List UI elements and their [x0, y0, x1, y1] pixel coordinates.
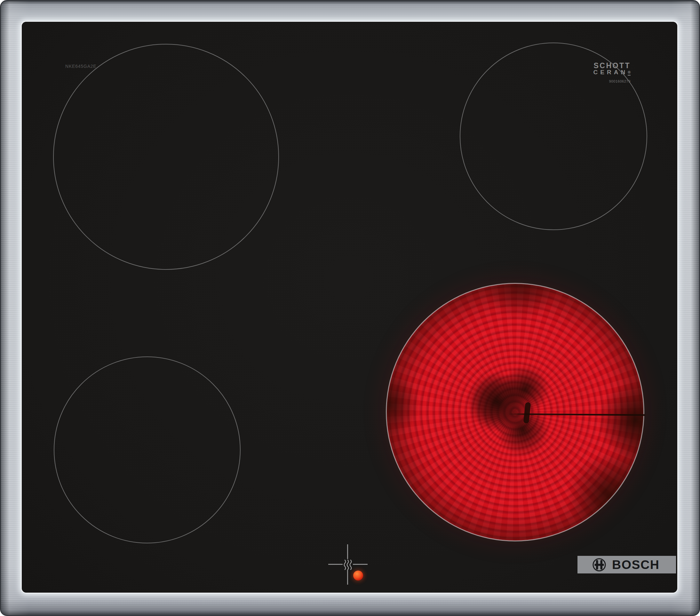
cross-mark-vertical-bottom [347, 570, 348, 584]
residual-heat-icon [343, 559, 352, 570]
bosch-wordmark: BOSCH [612, 556, 659, 574]
cross-mark-vertical-top [347, 544, 348, 559]
bosch-logo-band: BOSCH [577, 556, 676, 574]
heating-element-terminal [523, 402, 531, 423]
power-indicator-led [353, 570, 363, 580]
cooking-zone-front-left [54, 357, 241, 543]
model-number-label: NKE645GA2E [65, 64, 97, 69]
cross-mark-horizontal-right [353, 564, 367, 565]
cooking-zone-back-left [53, 44, 279, 270]
registered-trademark-symbol: ® [628, 70, 630, 75]
cooking-zone-back-right [460, 42, 647, 230]
bosch-armature-icon [592, 558, 606, 572]
cooking-zone-front-right-active [386, 283, 644, 541]
cross-mark-horizontal-left [328, 564, 343, 565]
